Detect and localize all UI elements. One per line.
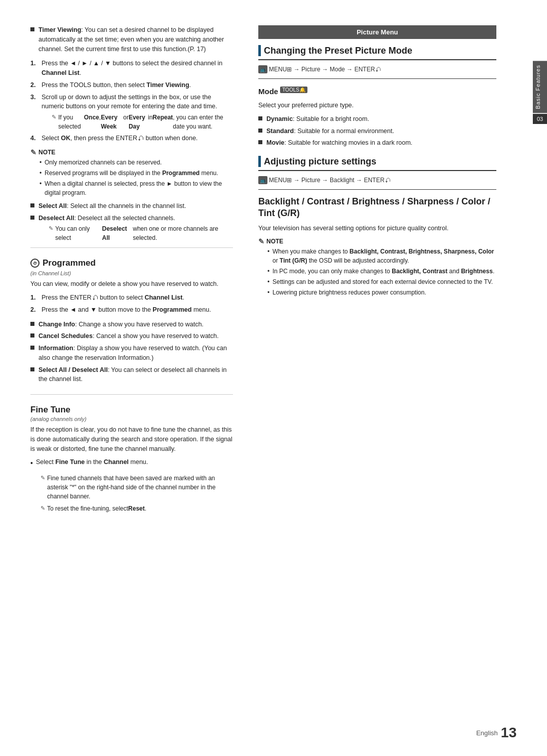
bullet-icon (30, 346, 34, 350)
backlight-body: Your television has several setting opti… (258, 224, 496, 233)
timer-viewing-list: Timer Viewing: You can set a desired cha… (30, 25, 233, 54)
programmed-bullets-list: Change Info: Change a show you have rese… (30, 320, 233, 385)
menu-icon: 📺 (258, 65, 267, 73)
bullet-icon (30, 27, 34, 31)
programmed-heading: ⏱ Programmed (30, 258, 233, 268)
backlight-heading: Backlight / Contrast / Brightness / Shar… (258, 196, 496, 220)
footer: English 13 (476, 725, 517, 741)
note-block: ✎ NOTE Only memorized channels can be re… (30, 148, 233, 197)
menu-icon: 📺 (258, 176, 267, 184)
right-column: Picture Menu Changing the Preset Picture… (248, 0, 522, 756)
bullet-icon (30, 322, 34, 326)
bullet-icon (30, 216, 34, 220)
list-item: When you make changes to Backlight, Cont… (267, 247, 496, 265)
select-all-list: Select All: Select all the channels in t… (30, 201, 233, 243)
list-item: 1. Press the ◄ / ► / ▲ / ▼ buttons to se… (30, 59, 233, 78)
blue-bar (258, 156, 261, 167)
list-item: 2. Press the ◄ and ▼ button move to the … (30, 305, 233, 315)
bullet-icon (30, 333, 34, 338)
list-item: When a digital channel is selected, pres… (40, 179, 233, 197)
programmed-body: You can view, modify or delete a show yo… (30, 279, 233, 289)
side-tab-label: Basic Features (533, 61, 547, 113)
mode-body: Select your preferred picture type. (258, 101, 496, 110)
adjusting-heading: Adjusting picture settings (258, 156, 496, 171)
side-tab: Basic Features 03 (533, 61, 547, 124)
fine-tune-note1: Fine tuned channels that have been saved… (41, 474, 233, 501)
list-item: In PC mode, you can only make changes to… (267, 267, 496, 276)
menu-path: 📺 MENU⊞ → Picture → Mode → ENTER⮏ (258, 65, 496, 73)
list-item: 1. Press the ENTER⮏ button to select Cha… (30, 293, 233, 303)
fine-tune-heading: Fine Tune (30, 405, 233, 415)
fine-tune-note2: To reset the fine-tuning, select Reset. (41, 504, 233, 513)
mode-heading-row: Mode TOOLS🔔 (258, 82, 496, 98)
list-item: Standard: Suitable for a normal environm… (258, 127, 496, 136)
fine-tune-section: Fine Tune (analog channels only) If the … (30, 394, 233, 513)
list-item: Movie: Suitable for watching movies in a… (258, 138, 496, 148)
programmed-sub: (in Channel List) (30, 270, 233, 276)
note-icon: ✎ (30, 148, 36, 156)
timer-steps-list: 1. Press the ◄ / ► / ▲ / ▼ buttons to se… (30, 59, 233, 143)
fine-tune-bullets: • Select Fine Tune in the Channel menu. (30, 457, 233, 469)
sub-bullet: If you selected Once, Every Week or Ever… (52, 113, 233, 131)
blue-bar (258, 45, 261, 56)
bullet-icon (258, 116, 262, 120)
clock-icon: ⏱ (30, 259, 40, 268)
right-note-block: ✎ NOTE When you make changes to Backligh… (258, 237, 496, 297)
side-tab-number: 03 (533, 114, 547, 124)
note-bullets-list: Only memorized channels can be reserved.… (30, 158, 233, 197)
list-item: 4. Select OK, then press the ENTER⮏ butt… (30, 134, 233, 143)
list-item: Lowering picture brightness reduces powe… (267, 288, 496, 297)
list-item: Select All / Deselect All: You can selec… (30, 365, 233, 385)
list-item: Select All: Select all the channels in t… (30, 201, 233, 211)
list-item: 3. Scroll up or down to adjust the setti… (30, 93, 233, 132)
footer-english: English (476, 729, 498, 737)
mode-section: Mode TOOLS🔔 Select your preferred pictur… (258, 82, 496, 148)
right-note-bullets: When you make changes to Backlight, Cont… (258, 247, 496, 297)
divider (30, 394, 233, 395)
footer-page-number: 13 (501, 725, 517, 741)
list-item: Information: Display a show you have res… (30, 344, 233, 363)
note-header: ✎ NOTE (30, 148, 233, 156)
list-item: Reserved programs will be displayed in t… (40, 169, 233, 178)
list-item: Cancel Schedules: Cancel a show you have… (30, 331, 233, 341)
bullet-icon (30, 367, 34, 371)
list-item: Settings can be adjusted and stored for … (267, 277, 496, 286)
adjusting-section: Adjusting picture settings 📺 MENU⊞ → Pic… (258, 156, 496, 190)
fine-tune-sub: (analog channels only) (30, 416, 233, 422)
section-divider (258, 189, 496, 190)
changing-heading: Changing the Preset Picture Mode (258, 45, 496, 60)
list-item: • Select Fine Tune in the Channel menu. (30, 457, 233, 469)
sub-bullet: You can only select Deselect All when on… (49, 224, 233, 242)
mode-bullets: Dynamic: Suitable for a bright room. Sta… (258, 114, 496, 148)
bullet-icon (258, 140, 262, 144)
list-item: Only memorized channels can be reserved. (40, 158, 233, 167)
programmed-steps-list: 1. Press the ENTER⮏ button to select Cha… (30, 293, 233, 315)
bullet-icon (258, 129, 262, 133)
list-item: Change Info: Change a show you have rese… (30, 320, 233, 329)
tools-badge: TOOLS🔔 (280, 87, 307, 93)
list-item: Dynamic: Suitable for a bright room. (258, 114, 496, 124)
list-item: Timer Viewing: You can set a desired cha… (30, 25, 233, 54)
note-icon: ✎ (258, 237, 264, 245)
adjusting-menu-path: 📺 MENU⊞ → Picture → Backlight → ENTER⮏ (258, 176, 496, 184)
list-item: 2. Press the TOOLS button, then select T… (30, 80, 233, 90)
list-item: Deselect All: Deselect all the selected … (30, 214, 233, 243)
bullet-icon (30, 203, 34, 207)
fine-tune-body: If the reception is clear, you do not ha… (30, 425, 233, 453)
picture-menu-header: Picture Menu (258, 25, 496, 39)
left-column: Timer Viewing: You can set a desired cha… (0, 0, 248, 756)
note-header: ✎ NOTE (258, 237, 496, 245)
section-divider (258, 78, 496, 79)
divider (30, 247, 233, 248)
